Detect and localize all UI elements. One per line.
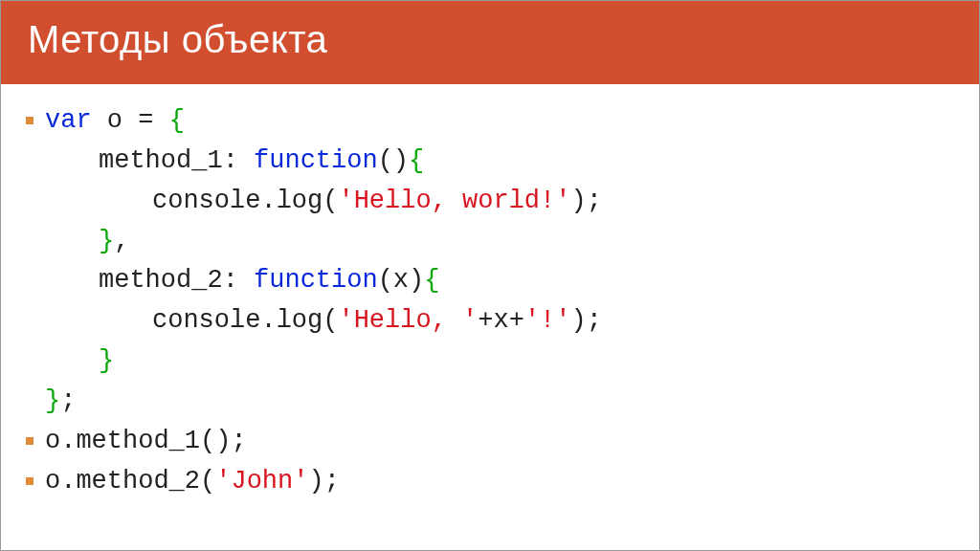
dot: . [60, 427, 76, 455]
console: console [152, 306, 260, 335]
semicolon: ; [60, 386, 76, 415]
keyword-function: function [254, 266, 378, 295]
brace-close: } [99, 346, 114, 375]
colon: : [223, 146, 254, 175]
plus: + [509, 306, 524, 335]
brace-close: } [45, 386, 60, 415]
method-2-call: method_2 [76, 467, 200, 496]
dot: . [260, 187, 276, 215]
semicolon: ; [231, 427, 246, 455]
paren-open: ( [323, 187, 338, 215]
slide-title: Методы объекта [1, 1, 979, 84]
dot: . [260, 306, 276, 335]
dot: . [60, 467, 76, 496]
string-hello: 'Hello, ' [338, 306, 478, 335]
paren-close-semi: ); [570, 306, 601, 335]
paren-close-semi: ); [570, 187, 601, 215]
property-2: method_2 [99, 266, 223, 295]
brace-open: { [169, 106, 185, 135]
string-bang: '!' [524, 306, 571, 335]
obj-o: o [45, 467, 60, 496]
method-1-call: method_1 [76, 427, 200, 455]
keyword-var: var [45, 106, 92, 135]
assign: = [122, 106, 169, 135]
title-text: Методы объекта [28, 18, 327, 60]
code-line-call-2: o.method_2('John'); [45, 462, 950, 502]
space [92, 106, 107, 135]
obj-o: o [45, 427, 60, 455]
brace-open: { [424, 266, 439, 295]
code-block-1: var o = { method_1: function(){ console.… [45, 101, 950, 422]
slide-content: var o = { method_1: function(){ console.… [1, 84, 979, 511]
paren: () [378, 146, 409, 175]
console: console [152, 187, 260, 215]
brace-close: } [99, 227, 114, 255]
paren-close: ) [409, 266, 424, 295]
colon: : [223, 266, 254, 295]
keyword-function: function [254, 146, 378, 175]
object-name: o [107, 106, 122, 135]
paren-close-semi: ); [308, 467, 339, 496]
code-list: var o = { method_1: function(){ console.… [45, 101, 950, 501]
paren-open: ( [378, 266, 393, 295]
paren-open: ( [323, 306, 338, 335]
string-hello-world: 'Hello, world!' [338, 187, 570, 215]
log: log [277, 187, 323, 215]
code-line-call-1: o.method_1(); [45, 422, 950, 462]
log: log [277, 306, 323, 335]
param-x: x [393, 266, 409, 295]
paren-open: ( [200, 467, 215, 496]
property-1: method_1 [99, 146, 223, 175]
var-x: x [493, 306, 508, 335]
paren-empty: () [200, 427, 231, 455]
string-john: 'John' [215, 467, 308, 496]
brace-open: { [409, 146, 424, 175]
plus: + [478, 306, 493, 335]
comma: , [114, 227, 129, 255]
